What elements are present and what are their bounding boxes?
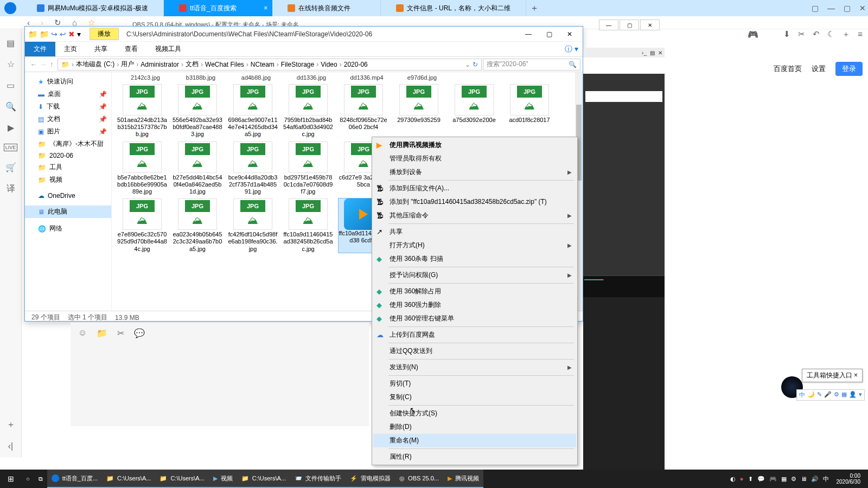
dropdown-icon[interactable]: ⌄ xyxy=(465,61,470,68)
search-icon[interactable]: 🔍 xyxy=(5,101,16,112)
browser-tab-1[interactable]: tt语音_百度搜索× xyxy=(164,0,272,16)
nav-documents[interactable]: ▤文档📌 xyxy=(25,113,111,125)
tray-icon[interactable]: 🖥 xyxy=(801,476,807,482)
live-icon[interactable]: LIVE xyxy=(4,144,18,151)
add-icon[interactable]: ＋ xyxy=(7,419,15,431)
ctx-play-tencent[interactable]: ▶使用腾讯视频播放 xyxy=(373,138,576,152)
search-icon[interactable]: 🔍 xyxy=(569,61,577,68)
refresh-icon[interactable]: ↻ xyxy=(473,61,478,68)
emoji-icon[interactable]: ☺ xyxy=(78,328,87,338)
clock[interactable]: 0:00 2020/6/30 xyxy=(833,473,864,485)
nav-pictures[interactable]: ▣图片📌 xyxy=(25,125,111,138)
task-item[interactable]: tt语音_百度... xyxy=(47,470,102,488)
ctx-baidu[interactable]: ☁上传到百度网盘 xyxy=(373,328,576,342)
collapse-icon[interactable]: ‹| xyxy=(8,441,13,451)
tray-icon[interactable]: ⚙ xyxy=(791,476,796,483)
nav-folder3[interactable]: 📁工具 xyxy=(25,161,111,174)
redo-icon[interactable]: ↪ xyxy=(51,30,58,38)
undo-icon[interactable]: ↶ xyxy=(813,29,820,40)
minimize-icon[interactable]: — xyxy=(519,28,538,41)
scissors-icon[interactable]: ✂ xyxy=(117,328,124,338)
ctx-unlock-360[interactable]: ◆使用 360解除占用 xyxy=(373,285,576,298)
menu-icon[interactable]: ≡ xyxy=(858,29,863,40)
tray-icon[interactable]: ● xyxy=(740,476,744,482)
nav-folder1[interactable]: 📁《离岸》-木木不甜 xyxy=(25,138,111,150)
file-item[interactable]: JPG⛰bce9c44d8a20db32cf7357d1a4b48591.jpg xyxy=(228,142,278,196)
nav-downloads[interactable]: ⬇下载📌 xyxy=(25,100,111,113)
file-item[interactable]: JPG⛰297309e935259 xyxy=(394,84,444,138)
video-icon[interactable]: ▶ xyxy=(8,123,14,133)
ctx-admin[interactable]: 管理员取得所有权 xyxy=(373,152,576,165)
bookmark-icon[interactable]: ☆ xyxy=(7,59,15,69)
tray-icon[interactable]: 💬 xyxy=(757,476,765,483)
download-icon[interactable]: ⬇ xyxy=(783,29,790,40)
nav-thispc[interactable]: 🖥此电脑 xyxy=(25,206,111,218)
tray-icon[interactable]: ▦ xyxy=(781,476,787,483)
moon-icon[interactable]: ☾ xyxy=(827,29,834,40)
file-item[interactable]: JPG⛰ffc10a9d11460415ad382458b26cd5ac.jpg xyxy=(283,198,333,253)
ctx-scan-360[interactable]: ◆使用 360杀毒 扫描 xyxy=(373,252,576,266)
browser-tab-3[interactable]: 文件信息 - URL，名称，大小和二维 xyxy=(381,0,526,16)
baidu-settings-link[interactable]: 设置 xyxy=(812,64,826,74)
file-item[interactable]: JPG⛰acd01f8c28017 xyxy=(505,84,554,138)
breadcrumb[interactable]: 📁 ›本地磁盘 (C:) ›用户 ›Administrator ›文档 ›WeC… xyxy=(58,59,482,70)
maximize-icon[interactable]: ▢ xyxy=(539,28,559,41)
undo-icon[interactable]: ↩ xyxy=(60,30,66,38)
ime-icon[interactable]: 中 xyxy=(823,475,829,483)
chat-icon[interactable]: 💬 xyxy=(134,328,145,338)
file-item[interactable]: JPG⛰b27e5dd4b14bc540f4e0a8462aed5b1d.jpg xyxy=(173,142,222,196)
folder-icon[interactable]: 📁 xyxy=(40,30,49,38)
browser-tab-0[interactable]: 网易MuMu模拟器-安卓模拟器-极速 xyxy=(22,0,164,16)
obs-search[interactable] xyxy=(585,91,662,102)
close-icon[interactable]: ✕ xyxy=(859,4,866,12)
task-item[interactable]: 📨文件传输助手 xyxy=(290,470,346,488)
maximize-icon[interactable]: ▢ xyxy=(844,4,851,12)
nav-quick[interactable]: ★快速访问 xyxy=(25,75,111,88)
ctx-grant[interactable]: 授予访问权限(G)▶ xyxy=(373,268,576,282)
file-item[interactable]: JPG⛰501aea224db213ab315b2157378c7bb.jpg xyxy=(117,84,167,138)
minimize-icon[interactable]: — xyxy=(827,4,835,12)
extension-icon[interactable]: ▢ xyxy=(812,4,819,12)
plus-icon[interactable]: ＋ xyxy=(842,29,850,40)
nav-fwd-icon[interactable]: → xyxy=(40,61,47,68)
ctx-properties[interactable]: 属性(R) xyxy=(373,450,576,464)
ctx-rename[interactable]: 重命名(M) xyxy=(373,434,576,447)
help-icon[interactable]: ⓘ ▾ xyxy=(565,44,578,54)
ctx-cut[interactable]: 剪切(T) xyxy=(373,377,576,390)
book-icon[interactable]: ▭ xyxy=(7,80,15,91)
ctx-sendto[interactable]: 发送到(N)▶ xyxy=(373,361,576,374)
ctx-other-compress[interactable]: 🗜其他压缩命令▶ xyxy=(373,209,576,222)
file-item[interactable]: JPG⛰6986ac9e9007e114e7e414265dbd34a5.jpg xyxy=(228,84,278,138)
new-tab-button[interactable]: ＋ xyxy=(526,3,542,14)
task-item[interactable]: 📁C:\Users\A... xyxy=(237,470,290,488)
task-item[interactable]: 📁C:\Users\A... xyxy=(155,470,208,488)
tray-icon[interactable]: ◐ xyxy=(730,476,736,483)
ctx-forcedel-360[interactable]: ◆使用 360强力删除 xyxy=(373,298,576,312)
ctx-share[interactable]: ↗共享 xyxy=(373,225,576,239)
task-item[interactable]: ▶腾讯视频 xyxy=(443,470,483,488)
dropdown-icon[interactable]: ▾ xyxy=(77,30,81,38)
file-item[interactable]: JPG⛰b5e7abbc8e62be1bdb16bb6e99905a89e.jp… xyxy=(117,142,167,196)
task-item[interactable]: ◎OBS 25.0... xyxy=(395,470,443,488)
obs-close-icon[interactable]: ✕ xyxy=(640,20,660,30)
delete-icon[interactable]: ✖ xyxy=(68,30,75,38)
cortana-icon[interactable]: ○ xyxy=(22,470,34,488)
nav-desktop[interactable]: ▬桌面📌 xyxy=(25,88,111,100)
file-item[interactable]: JPG⛰8248cf0965bc72e06e0 2bcf4 xyxy=(339,84,388,138)
ribbon-view[interactable]: 查看 xyxy=(116,42,146,56)
note-icon[interactable]: ▤ xyxy=(7,38,15,48)
translate-icon[interactable]: 译 xyxy=(7,183,15,195)
task-item[interactable]: ▶视频 xyxy=(209,470,237,488)
ctx-cast[interactable]: 播放到设备▶ xyxy=(373,165,576,179)
tray-icon[interactable]: 🎮 xyxy=(769,476,777,483)
file-item[interactable]: JPG⛰7959bf1b2bad84b54af6af0d03d4902c.jpg xyxy=(283,84,333,138)
ctx-qq[interactable]: 通过QQ发送到 xyxy=(373,344,576,358)
browser-tab-2[interactable]: 在线转换音频文件 xyxy=(272,0,381,16)
min-icon[interactable]: ›_ xyxy=(642,50,647,56)
nav-network[interactable]: 🌐网络 xyxy=(25,222,111,235)
ctx-copy[interactable]: 复制(C) xyxy=(373,390,576,404)
ribbon-share[interactable]: 共享 xyxy=(86,42,116,56)
folder-icon[interactable]: 📁 xyxy=(97,328,107,338)
task-item[interactable]: ⚡雷电模拟器 xyxy=(346,470,395,488)
tray-icon[interactable]: ⬆ xyxy=(748,476,753,483)
